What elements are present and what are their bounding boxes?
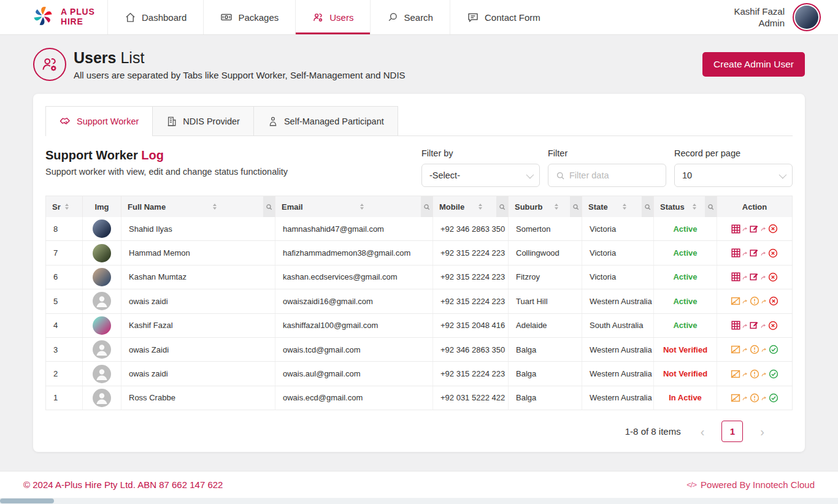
- img-cell: [83, 289, 121, 313]
- check-icon[interactable]: [769, 369, 778, 379]
- image-off-icon[interactable]: [731, 345, 740, 354]
- column-header-mobile[interactable]: Mobile: [433, 196, 509, 217]
- table-row: 6 Kashan Mumtaz kashan.ecdservices@gmail…: [46, 265, 792, 289]
- action-cell: [717, 386, 792, 410]
- image-off-icon[interactable]: [731, 369, 740, 379]
- cancel-icon[interactable]: [768, 224, 778, 234]
- search-icon: [556, 171, 565, 180]
- create-admin-user-button[interactable]: Create Admin User: [702, 52, 805, 77]
- tab-bar: Support Worker NDIS Provider Self-Manage…: [45, 106, 793, 136]
- next-page-icon[interactable]: ›: [756, 426, 768, 438]
- table-icon[interactable]: [731, 321, 740, 330]
- column-search-icon[interactable]: [570, 196, 582, 217]
- table-body: 8 Shahid Ilyas hamnashahid47@gmail.com +…: [46, 217, 792, 410]
- edit-icon[interactable]: [750, 224, 759, 234]
- sort-icon[interactable]: [479, 204, 482, 210]
- warning-icon[interactable]: [750, 369, 759, 379]
- state-cell: Western Australia: [582, 289, 654, 313]
- nav-label: Contact Form: [485, 12, 540, 23]
- column-header-status[interactable]: Status: [654, 196, 717, 217]
- sr-cell: 3: [46, 338, 83, 361]
- edit-icon[interactable]: [750, 248, 759, 258]
- column-header-suburb[interactable]: Suburb: [509, 196, 582, 217]
- email-cell: owais.aul@gmail.com: [275, 362, 433, 385]
- column-search-icon[interactable]: [705, 196, 717, 217]
- column-header-sr[interactable]: Sr: [46, 196, 83, 217]
- check-icon[interactable]: [769, 393, 778, 403]
- filter-by-select[interactable]: -Select-: [421, 164, 540, 187]
- edit-icon[interactable]: [750, 321, 759, 330]
- nav-packages[interactable]: Packages: [203, 0, 295, 34]
- sort-icon[interactable]: [360, 204, 364, 210]
- nav-users[interactable]: Users: [295, 0, 370, 34]
- mobile-cell: +92 315 2224 223: [433, 289, 509, 313]
- code-icon: </>: [686, 480, 696, 489]
- cancel-icon[interactable]: [768, 272, 778, 282]
- cancel-icon[interactable]: [769, 296, 778, 306]
- tab-support-worker[interactable]: Support Worker: [45, 106, 153, 136]
- check-icon[interactable]: [769, 345, 778, 354]
- horizontal-scrollbar[interactable]: [0, 498, 838, 504]
- arrow-separator-icon: [761, 346, 767, 353]
- nav-contact-form[interactable]: Contact Form: [450, 0, 557, 34]
- warning-icon[interactable]: [750, 393, 759, 403]
- user-menu[interactable]: Kashif Fazal Admin: [734, 0, 838, 34]
- page-footer: © 2024 A-Plus Hire Pty Ltd. ABN 87 662 1…: [0, 471, 838, 498]
- img-cell: [83, 386, 121, 410]
- action-cell: [717, 241, 792, 264]
- column-header-full-name[interactable]: Full Name: [121, 196, 275, 217]
- avatar[interactable]: [793, 3, 821, 31]
- pagination-summary: 1-8 of 8 items: [625, 426, 681, 437]
- section-title: Support Worker Log: [45, 148, 288, 162]
- tab-ndis-provider[interactable]: NDIS Provider: [153, 106, 254, 136]
- support-worker-table: Sr Img Full Name Email Mobile: [45, 196, 793, 410]
- tab-self-managed-participant[interactable]: Self-Managed Participant: [254, 106, 398, 136]
- sort-icon[interactable]: [65, 204, 69, 210]
- full-name-cell: Hammad Memon: [121, 241, 275, 264]
- column-search-icon[interactable]: [496, 196, 508, 217]
- nav-dashboard[interactable]: Dashboard: [107, 0, 203, 34]
- column-header-action: Action: [717, 196, 792, 217]
- image-off-icon[interactable]: [731, 296, 740, 306]
- filter-input[interactable]: [569, 170, 655, 180]
- table-icon[interactable]: [731, 224, 740, 234]
- suburb-cell: Somerton: [509, 217, 582, 240]
- column-search-icon[interactable]: [421, 196, 432, 217]
- nav-label: Users: [329, 12, 353, 23]
- cancel-icon[interactable]: [768, 248, 778, 258]
- filter-input-box: [548, 164, 666, 187]
- edit-icon[interactable]: [750, 272, 759, 281]
- avatar: [93, 220, 111, 238]
- table-icon[interactable]: [731, 248, 740, 258]
- column-header-img: Img: [83, 196, 121, 217]
- mobile-cell: +92 346 2863 350: [433, 338, 509, 361]
- column-search-icon[interactable]: [263, 196, 275, 217]
- filter-by-label: Filter by: [421, 148, 540, 158]
- sort-icon[interactable]: [693, 204, 696, 210]
- sort-icon[interactable]: [623, 204, 626, 210]
- filter-by-value: -Select-: [429, 170, 460, 180]
- scrollbar-thumb[interactable]: [0, 498, 54, 503]
- brand-logo[interactable]: A PLUSHIRE: [0, 0, 107, 34]
- column-search-icon[interactable]: [642, 196, 653, 217]
- action-cell: [717, 217, 792, 240]
- table-icon[interactable]: [731, 272, 740, 281]
- app-window: A PLUSHIRE Dashboard Packages Users: [0, 0, 838, 504]
- image-off-icon[interactable]: [731, 393, 740, 403]
- arrow-separator-icon: [761, 274, 766, 280]
- page-number-button[interactable]: 1: [721, 421, 743, 442]
- record-per-page-select[interactable]: 10: [674, 164, 793, 187]
- column-header-email[interactable]: Email: [275, 196, 433, 217]
- status-badge: Active: [654, 217, 717, 240]
- tab-label: Support Worker: [77, 116, 139, 126]
- powered-by[interactable]: </> Powered By Innotech Cloud: [686, 479, 815, 490]
- sort-icon[interactable]: [555, 204, 558, 210]
- nav-search[interactable]: Search: [370, 0, 450, 34]
- sort-icon[interactable]: [213, 204, 217, 210]
- prev-page-icon[interactable]: ‹: [697, 426, 709, 438]
- warning-icon[interactable]: [750, 296, 759, 306]
- nav-label: Dashboard: [142, 12, 186, 23]
- cancel-icon[interactable]: [768, 321, 778, 330]
- column-header-state[interactable]: State: [582, 196, 654, 217]
- warning-icon[interactable]: [750, 345, 759, 354]
